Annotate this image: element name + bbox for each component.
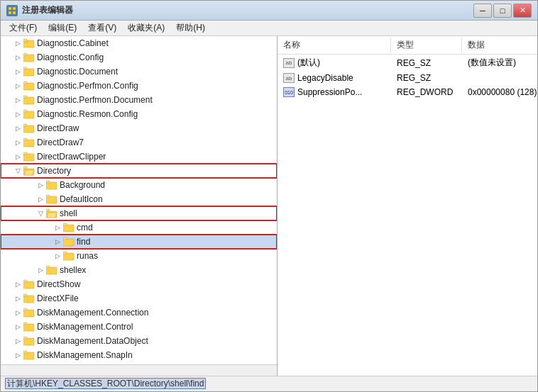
svg-rect-18: [23, 124, 27, 126]
table-row[interactable]: ab (默认) REG_SZ (数值未设置): [278, 55, 537, 71]
tree-item-directdraw[interactable]: ▷ DirectDraw: [1, 121, 277, 135]
svg-rect-17: [23, 125, 34, 133]
expand-icon[interactable]: ▷: [12, 137, 23, 148]
right-pane-header: 名称 类型 数据: [278, 36, 537, 55]
tree-label: DirectDrawClipper: [37, 152, 106, 162]
tree-pane: ▷ Diagnostic.Cabinet ▷ Diagnostic.Config: [1, 36, 278, 376]
folder-icon: [23, 95, 35, 105]
expand-icon[interactable]: ▷: [12, 349, 23, 361]
svg-rect-45: [23, 310, 34, 317]
folder-icon: [23, 336, 35, 346]
menu-favorites[interactable]: 收藏夹(A): [122, 21, 170, 35]
expand-icon[interactable]: ▷: [12, 151, 23, 162]
folder-icon: [63, 237, 75, 247]
expand-icon[interactable]: ▷: [52, 222, 63, 233]
expand-icon[interactable]: ▷: [12, 66, 23, 77]
table-row[interactable]: 010 SuppressionPo... REG_DWORD 0x0000008…: [278, 85, 537, 99]
table-row[interactable]: ab LegacyDisable REG_SZ: [278, 71, 537, 85]
svg-rect-44: [23, 294, 27, 296]
menu-edit[interactable]: 编辑(E): [43, 21, 82, 35]
expand-icon[interactable]: ▷: [12, 293, 23, 304]
menu-help[interactable]: 帮助(H): [170, 21, 211, 35]
tree-label: Background: [60, 180, 105, 190]
folder-icon: [23, 308, 35, 318]
tree-label: Directory: [37, 166, 71, 176]
folder-icon: [23, 152, 35, 162]
expand-icon[interactable]: ▷: [52, 236, 63, 247]
tree-item-defaulticon[interactable]: ▷ DefaultIcon: [1, 192, 277, 206]
reg-dword-icon: 010: [283, 87, 295, 97]
expand-icon[interactable]: ▷: [12, 123, 23, 134]
svg-rect-0: [9, 7, 11, 10]
tree-label: DiskManagement.SnapIn: [37, 350, 133, 360]
expand-icon[interactable]: ▷: [12, 80, 23, 91]
maximize-button[interactable]: □: [493, 4, 512, 18]
expand-icon[interactable]: ▷: [12, 335, 23, 347]
tree-label: Diagnostic.Cabinet: [37, 38, 109, 48]
folder-open-icon: [23, 166, 35, 176]
tree-item-diagnostic-resmon-config[interactable]: ▷ Diagnostic.Resmon.Config: [1, 107, 277, 121]
tree-item-directdraw7[interactable]: ▷ DirectDraw7: [1, 135, 277, 150]
expand-icon[interactable]: ▷: [35, 179, 46, 191]
svg-rect-8: [23, 53, 27, 55]
svg-rect-46: [23, 308, 27, 310]
expand-icon[interactable]: ▷: [35, 194, 46, 205]
tree-item-find[interactable]: ▷ find: [1, 235, 277, 249]
col-header-data[interactable]: 数据: [462, 38, 537, 52]
svg-rect-20: [23, 138, 27, 140]
tree-item-directxfile[interactable]: ▷ DirectXFile: [1, 291, 277, 306]
minimize-button[interactable]: ─: [473, 4, 492, 18]
svg-rect-51: [23, 352, 34, 359]
svg-rect-49: [23, 338, 34, 345]
expand-icon[interactable]: ▷: [12, 321, 23, 332]
tree-item-diskmanagement-dataobject[interactable]: ▷ DiskManagement.DataObject: [1, 334, 277, 348]
tree-horizontal-scrollbar[interactable]: [1, 364, 277, 376]
col-header-name[interactable]: 名称: [278, 38, 391, 52]
svg-rect-33: [63, 225, 74, 232]
menu-view[interactable]: 查看(V): [82, 21, 122, 35]
tree-item-runas[interactable]: ▷ runas: [1, 249, 277, 263]
tree-item-diagnostic-document[interactable]: ▷ Diagnostic.Document: [1, 65, 277, 79]
cell-data: 0x00000080 (128): [462, 86, 537, 98]
cell-data: (数值未设置): [462, 56, 537, 69]
tree-scroll[interactable]: ▷ Diagnostic.Cabinet ▷ Diagnostic.Config: [1, 36, 277, 364]
col-header-type[interactable]: 类型: [391, 38, 462, 52]
main-content: ▷ Diagnostic.Cabinet ▷ Diagnostic.Config: [1, 36, 537, 376]
expand-icon[interactable]: ▽: [12, 165, 23, 177]
close-button[interactable]: ✕: [513, 4, 532, 18]
folder-icon: [63, 223, 75, 233]
tree-item-shell[interactable]: ▽ shell: [1, 206, 277, 220]
tree-item-diskmanagement-connection[interactable]: ▷ DiskManagement.Connection: [1, 306, 277, 320]
tree-item-cmd[interactable]: ▷ cmd: [1, 220, 277, 235]
tree-item-diskmanagement-control[interactable]: ▷ DiskManagement.Control: [1, 320, 277, 334]
expand-icon[interactable]: ▷: [52, 250, 63, 262]
tree-item-diagnostic-perfmon-document[interactable]: ▷ Diagnostic.Perfmon.Document: [1, 93, 277, 107]
svg-rect-31: [46, 209, 50, 211]
expand-icon[interactable]: ▷: [12, 108, 23, 120]
expand-icon[interactable]: ▷: [12, 52, 23, 63]
expand-icon[interactable]: ▷: [12, 307, 23, 318]
svg-rect-1: [13, 7, 16, 10]
expand-icon[interactable]: ▷: [12, 38, 23, 49]
right-list[interactable]: ab (默认) REG_SZ (数值未设置) ab LegacyDisable …: [278, 55, 537, 376]
expand-icon[interactable]: ▽: [35, 208, 46, 219]
tree-item-diskmanagement-snapin[interactable]: ▷ DiskManagement.SnapIn: [1, 348, 277, 362]
expand-icon[interactable]: ▷: [12, 94, 23, 106]
right-pane: 名称 类型 数据 ab (默认) REG_SZ (数值未设置) ab: [278, 36, 537, 376]
svg-rect-2: [9, 11, 11, 14]
svg-rect-9: [23, 69, 34, 76]
tree-item-directory[interactable]: ▽ Directory: [1, 164, 277, 178]
tree-item-directshow[interactable]: ▷ DirectShow: [1, 277, 277, 291]
tree-item-shellex[interactable]: ▷ shellex: [1, 263, 277, 277]
tree-item-background[interactable]: ▷ Background: [1, 178, 277, 192]
tree-item-directdrawclipper[interactable]: ▷ DirectDrawClipper: [1, 150, 277, 164]
svg-rect-26: [46, 182, 57, 189]
tree-item-diagnostic-config[interactable]: ▷ Diagnostic.Config: [1, 50, 277, 65]
menu-file[interactable]: 文件(F): [4, 21, 43, 35]
tree-item-diagnostic-perfmon-config[interactable]: ▷ Diagnostic.Perfmon.Config: [1, 79, 277, 93]
expand-icon[interactable]: ▷: [12, 279, 23, 290]
folder-icon: [23, 322, 35, 332]
tree-item-diagnostic-cabinet[interactable]: ▷ Diagnostic.Cabinet: [1, 36, 277, 50]
expand-icon[interactable]: ▷: [35, 264, 46, 276]
svg-rect-14: [23, 96, 27, 98]
